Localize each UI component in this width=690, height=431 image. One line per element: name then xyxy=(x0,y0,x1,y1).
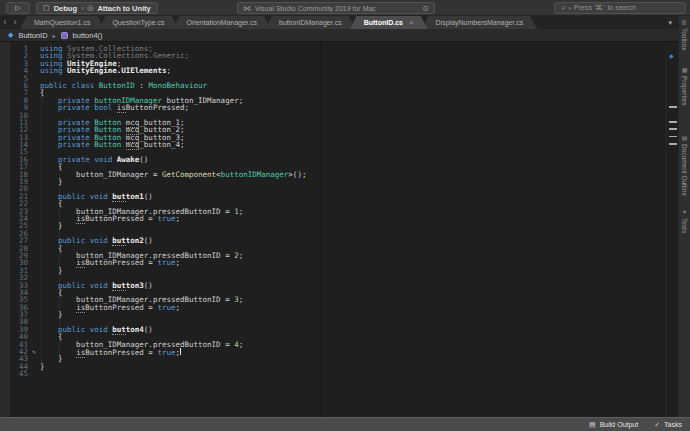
gutter-spacer xyxy=(28,311,40,318)
tests-icon: ✦ xyxy=(681,208,688,215)
code-line[interactable]: 24 isButtonPressed = true; xyxy=(0,215,666,222)
gutter-spacer xyxy=(28,274,40,281)
code-text: button_IDManager.pressedButtonID = 4; xyxy=(40,341,243,348)
tab-back-icon[interactable]: ‹ xyxy=(0,16,10,29)
gutter-spacer xyxy=(28,148,40,155)
tab-label: ButtonID.cs xyxy=(364,19,403,26)
tab-QuestionType.cs[interactable]: QuestionType.cs xyxy=(98,16,178,29)
gutter-spacer xyxy=(28,89,40,96)
code-editor[interactable]: 1using System.Collections;2using System.… xyxy=(0,42,666,417)
code-line[interactable]: 36 isButtonPressed = true; xyxy=(0,304,666,311)
tab-label: OrientationManager.cs xyxy=(187,19,257,26)
gutter-spacer xyxy=(28,282,40,289)
code-line[interactable]: 6public class ButtonID : MonoBehaviour xyxy=(0,82,666,89)
code-line[interactable]: 30 isButtonPressed = true; xyxy=(0,259,666,266)
code-line[interactable]: 25 } xyxy=(0,222,666,229)
scrollbar-warning-mark[interactable] xyxy=(669,128,677,130)
code-text: private Button mcq_button_4; xyxy=(40,141,185,148)
line-number: 45 xyxy=(0,370,28,377)
code-line[interactable]: 27 public void button2() xyxy=(0,237,666,244)
code-text: private bool isButtonPressed; xyxy=(40,104,189,111)
build-output-button[interactable]: ▤ Build Output xyxy=(589,421,638,429)
breadcrumb-class[interactable]: ButtonID xyxy=(18,31,47,40)
code-line[interactable]: 14 private Button mcq_button_4; xyxy=(0,141,666,148)
gutter-spacer xyxy=(28,267,40,274)
play-icon: ▷ xyxy=(15,4,20,12)
rail-tab-tests[interactable]: ✦Tests xyxy=(681,208,688,233)
scrollbar-warning-mark[interactable] xyxy=(669,106,677,108)
scrollbar-warning-mark[interactable] xyxy=(669,121,677,123)
rail-tab-document-outline[interactable]: ▤Document Outline xyxy=(681,134,688,196)
code-line[interactable]: 21 public void button1() xyxy=(0,193,666,200)
breadcrumb-method[interactable]: button4() xyxy=(73,31,103,40)
tab-OrientationManager.cs[interactable]: OrientationManager.cs xyxy=(173,16,271,29)
method-icon xyxy=(61,32,68,39)
gutter-spacer xyxy=(28,230,40,237)
gutter-spacer xyxy=(28,104,40,111)
tab-overflow-chevron-icon[interactable]: ▾ xyxy=(668,19,672,27)
code-line[interactable]: 37 } xyxy=(0,311,666,318)
tab-forward-icon[interactable]: › xyxy=(10,16,20,29)
code-line[interactable]: 4using UnityEngine.UIElements; xyxy=(0,67,666,74)
gutter-spacer xyxy=(28,82,40,89)
code-line[interactable]: 18 button_IDManager = GetComponent<butto… xyxy=(0,171,666,178)
code-line[interactable]: 16 private void Awake() xyxy=(0,156,666,163)
document-outline-icon: ▤ xyxy=(681,134,688,141)
scrollbar-warning-mark[interactable] xyxy=(669,143,677,145)
gutter-spacer xyxy=(28,289,40,296)
code-line[interactable]: 19 } xyxy=(0,178,666,185)
document-tab-bar: ‹ › MathQuestion1.csQuestionType.csOrien… xyxy=(0,16,690,29)
run-button[interactable]: ▷ xyxy=(6,2,30,14)
gutter-spacer xyxy=(28,341,40,348)
gutter-spacer xyxy=(28,171,40,178)
rail-tab-label: Properties xyxy=(681,76,688,106)
gutter-spacer xyxy=(28,178,40,185)
tab-label: DisplayNumbersManager.cs xyxy=(436,19,524,26)
tab-MathQuestion1.cs[interactable]: MathQuestion1.cs xyxy=(20,16,104,29)
code-line[interactable]: 9 private bool isButtonPressed; xyxy=(0,104,666,111)
gutter-spacer xyxy=(28,112,40,119)
scrollbar-annotation-column[interactable]: ◆ xyxy=(666,42,678,417)
rail-tab-properties[interactable]: ▦Properties xyxy=(681,66,688,106)
gutter-spacer xyxy=(28,45,40,52)
gutter-spacer xyxy=(28,222,40,229)
gutter-spacer xyxy=(28,60,40,67)
chevron-right-icon[interactable]: › xyxy=(81,5,83,12)
code-line[interactable]: 41 button_IDManager.pressedButtonID = 4; xyxy=(0,341,666,348)
code-text: } xyxy=(40,267,63,274)
code-line[interactable]: 44} xyxy=(0,363,666,370)
code-line[interactable]: 45 xyxy=(0,370,666,377)
global-search-field[interactable]: ⌕ ▾ Press '⌘.' to search xyxy=(554,2,686,14)
tab-ButtonID.cs[interactable]: ButtonID.cs× xyxy=(350,16,428,29)
close-tab-icon[interactable]: × xyxy=(409,18,414,27)
tasks-button[interactable]: ✓ Tasks xyxy=(654,421,682,429)
properties-icon: ▦ xyxy=(681,66,688,73)
code-line[interactable]: 39 public void button4() xyxy=(0,326,666,333)
gutter-spacer xyxy=(28,141,40,148)
tab-DisplayNumbersManager.cs[interactable]: DisplayNumbersManager.cs xyxy=(422,16,538,29)
gutter-spacer xyxy=(28,52,40,59)
toolbox-icon: ⊞ xyxy=(681,20,688,25)
gutter-spacer xyxy=(28,318,40,325)
breadcrumb-separator-icon: ▸ xyxy=(53,32,56,39)
gutter-spacer xyxy=(28,185,40,192)
text-caret xyxy=(180,348,181,355)
tab-buttonIDManager.cs[interactable]: buttonIDManager.cs xyxy=(265,16,356,29)
gutter-spacer xyxy=(28,237,40,244)
window-title-field[interactable]: ⋈ Visual Studio Community 2019 for Mac ⊙ xyxy=(237,2,435,14)
code-text: } xyxy=(40,222,63,229)
scrollbar-warning-mark[interactable] xyxy=(669,136,677,138)
debug-config-label[interactable]: Debug xyxy=(54,4,77,13)
attach-to-unity-button[interactable]: Attach to Unity xyxy=(97,4,150,13)
code-line[interactable]: 31 } xyxy=(0,267,666,274)
rail-tab-label: Toolbox xyxy=(681,28,688,50)
main-toolbar: ▷ ▢ Debug › ◎ Attach to Unity ⋈ Visual S… xyxy=(0,0,690,16)
scroll-caret-diamond-icon: ◆ xyxy=(669,52,674,59)
gutter-spacer xyxy=(28,326,40,333)
code-line[interactable]: 33 public void button3() xyxy=(0,282,666,289)
breadcrumb: ◆ ButtonID ▸ button4() xyxy=(0,29,678,42)
notification-circle-icon[interactable]: ⊙ xyxy=(422,4,429,13)
code-line[interactable]: 42✎ isButtonPressed = true; xyxy=(0,348,666,355)
rail-tab-toolbox[interactable]: ⊞Toolbox xyxy=(681,20,688,50)
attach-to-unity-icon: ◎ xyxy=(87,4,93,12)
